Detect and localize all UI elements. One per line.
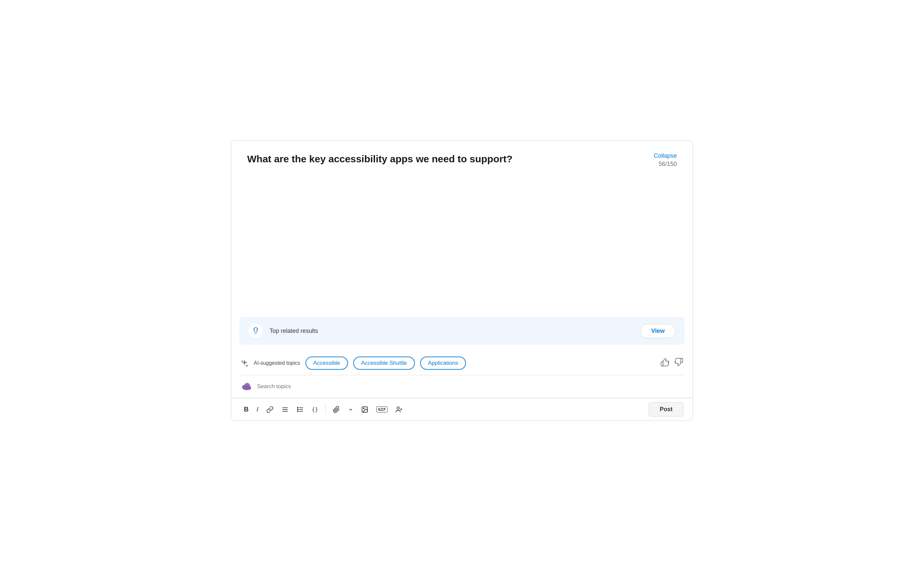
editor-header: What are the key accessibility apps we n… <box>231 141 693 174</box>
bold-button[interactable]: B <box>240 403 252 416</box>
svg-point-10 <box>297 407 298 408</box>
mention-button[interactable] <box>392 403 406 416</box>
toolbar-right: Post <box>649 402 684 416</box>
lightbulb-icon <box>249 324 263 338</box>
svg-point-12 <box>297 411 298 412</box>
ai-label: AI-suggested topics <box>254 360 300 366</box>
topic-tag-accessible[interactable]: Accessible <box>306 356 348 370</box>
editor-container: What are the key accessibility apps we n… <box>231 140 693 421</box>
italic-button[interactable]: I <box>253 403 262 416</box>
svg-point-11 <box>297 409 298 410</box>
link-button[interactable] <box>263 403 277 416</box>
char-count: 56/150 <box>659 161 677 168</box>
topic-tag-accessible-shuttle[interactable]: Accessible Shuttle <box>353 356 415 370</box>
code-button[interactable]: {} <box>309 404 321 415</box>
thumbs-down-button[interactable] <box>674 358 684 369</box>
search-topics-row <box>231 375 693 398</box>
editor-body[interactable] <box>231 174 693 310</box>
related-results-banner: Top related results View <box>239 317 685 345</box>
topics-cloud-icon <box>240 381 252 392</box>
image-button[interactable] <box>358 403 372 416</box>
attachment-button[interactable] <box>330 403 344 416</box>
page-title: What are the key accessibility apps we n… <box>247 153 512 165</box>
ai-topics-section: AI-suggested topics Accessible Accessibl… <box>231 351 693 375</box>
toolbar: B I <box>231 398 693 420</box>
feedback-icons <box>660 358 684 369</box>
dropdown-button[interactable] <box>345 404 357 415</box>
svg-point-14 <box>363 408 364 409</box>
svg-point-3 <box>243 386 251 390</box>
ai-icon <box>240 359 249 367</box>
topic-tag-applications[interactable]: Applications <box>420 356 466 370</box>
gif-button[interactable]: GIF <box>373 404 390 415</box>
post-button[interactable]: Post <box>649 402 684 416</box>
banner-text: Top related results <box>270 328 318 335</box>
search-topics-input[interactable] <box>257 383 684 390</box>
header-right: Collapse 56/150 <box>654 153 677 168</box>
collapse-button[interactable]: Collapse <box>654 153 677 159</box>
banner-left: Top related results <box>249 324 318 338</box>
toolbar-separator <box>325 405 326 414</box>
thumbs-up-button[interactable] <box>660 358 670 369</box>
align-button[interactable] <box>278 403 292 416</box>
svg-point-15 <box>397 407 399 409</box>
list-button[interactable] <box>293 403 307 416</box>
view-button[interactable]: View <box>640 324 675 338</box>
